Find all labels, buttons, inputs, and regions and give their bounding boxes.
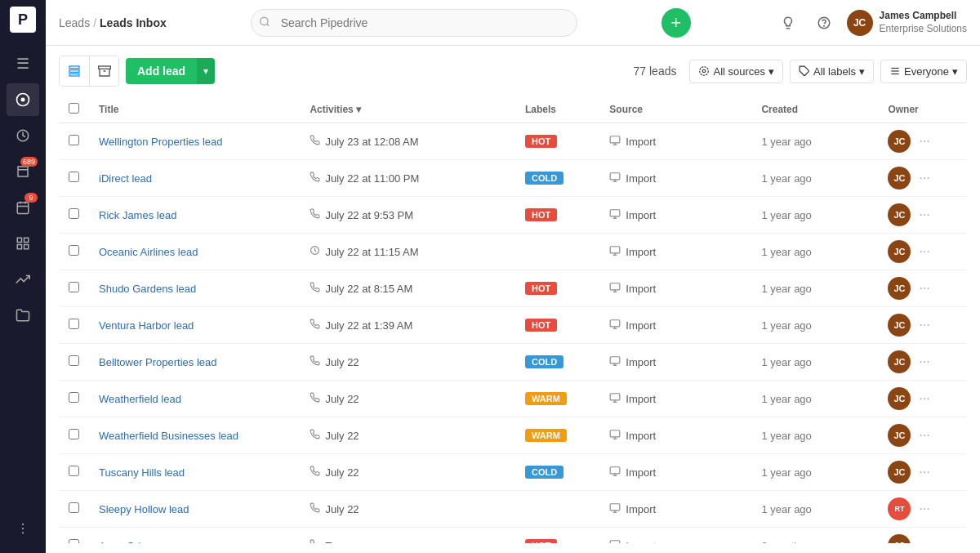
svg-rect-5 xyxy=(24,238,29,242)
row-checkbox[interactable] xyxy=(69,245,79,256)
sidebar-item-leads[interactable] xyxy=(7,83,39,116)
row-checkbox[interactable] xyxy=(69,319,79,329)
row-more-button[interactable]: ··· xyxy=(915,316,933,334)
svg-point-10 xyxy=(22,532,24,533)
row-checkbox[interactable] xyxy=(69,429,79,439)
add-lead-button[interactable]: Add lead xyxy=(126,58,197,84)
header-created[interactable]: Created xyxy=(751,96,878,123)
row-more-button[interactable]: ··· xyxy=(915,243,933,261)
lead-owner: JC ··· xyxy=(878,454,967,491)
user-org: Enterprise Solutions xyxy=(880,23,967,36)
archive-view-button[interactable] xyxy=(89,56,118,86)
row-checkbox[interactable] xyxy=(69,392,79,403)
svg-point-11 xyxy=(260,17,267,25)
lead-activity: July 22 xyxy=(300,344,515,381)
lead-title[interactable]: Shudo Gardens lead xyxy=(89,270,300,307)
activity-type-icon xyxy=(310,282,320,295)
list-toolbar: Add lead ▾ 77 leads All sources ▾ All la… xyxy=(59,56,967,87)
activity-type-icon xyxy=(310,208,320,221)
lead-source: Import xyxy=(599,234,751,270)
activity-time: July 22 at 1:39 AM xyxy=(325,319,412,332)
user-profile[interactable]: JC James Campbell Enterprise Solutions xyxy=(847,10,967,36)
add-button[interactable]: + xyxy=(662,8,691,38)
row-more-button[interactable]: ··· xyxy=(915,206,933,224)
lead-activity: July 22 xyxy=(300,454,515,491)
row-checkbox[interactable] xyxy=(69,282,79,292)
avatar: JC xyxy=(847,10,873,36)
lead-owner: JC ··· xyxy=(878,344,967,381)
source-label: Import xyxy=(626,319,656,332)
header-source[interactable]: Source xyxy=(599,96,751,123)
lead-created: 1 year ago xyxy=(751,160,878,197)
row-more-button[interactable]: ··· xyxy=(915,353,933,371)
lead-title[interactable]: Anna Odom xyxy=(89,528,300,544)
svg-rect-54 xyxy=(611,466,621,473)
app-logo[interactable]: P xyxy=(10,7,36,33)
row-more-button[interactable]: ··· xyxy=(915,169,933,187)
row-checkbox[interactable] xyxy=(69,135,79,145)
sidebar-item-deals[interactable] xyxy=(7,119,39,152)
lead-owner: JC ··· xyxy=(878,307,967,344)
lead-owner: JC ··· xyxy=(878,160,967,197)
row-more-button[interactable]: ··· xyxy=(915,537,933,543)
lead-source: Import xyxy=(599,270,751,307)
source-label: Import xyxy=(626,430,656,442)
lead-title[interactable]: Ventura Harbor lead xyxy=(89,307,300,344)
add-lead-dropdown-button[interactable]: ▾ xyxy=(197,58,215,84)
sidebar-item-activities[interactable] xyxy=(7,227,39,260)
filter-owner-button[interactable]: Everyone ▾ xyxy=(880,60,967,83)
table-row: Rick James lead July 22 at 9:53 PM HOT I… xyxy=(59,197,967,234)
lead-created: 1 year ago xyxy=(751,491,878,528)
row-more-button[interactable]: ··· xyxy=(915,463,933,481)
lead-title[interactable]: Weatherfield Businesses lead xyxy=(89,417,300,454)
svg-rect-51 xyxy=(611,430,621,436)
source-icon xyxy=(609,429,621,443)
search-input[interactable] xyxy=(251,9,577,37)
row-more-button[interactable]: ··· xyxy=(915,279,933,297)
header-activities[interactable]: Activities ▾ xyxy=(300,96,515,123)
activity-time: July 22 xyxy=(325,356,359,368)
sidebar-item-projects[interactable] xyxy=(7,299,39,332)
lead-title[interactable]: Tuscany Hills lead xyxy=(89,454,300,491)
lead-title[interactable]: Rick James lead xyxy=(89,197,300,234)
lead-title[interactable]: iDirect lead xyxy=(89,160,300,197)
header-labels[interactable]: Labels xyxy=(515,96,599,123)
header-owner[interactable]: Owner xyxy=(878,96,967,123)
sidebar-item-more[interactable] xyxy=(7,512,39,545)
help-icon-button[interactable] xyxy=(811,10,837,36)
row-more-button[interactable]: ··· xyxy=(915,500,933,518)
row-checkbox[interactable] xyxy=(69,172,79,182)
lead-title[interactable]: Weatherfield lead xyxy=(89,381,300,417)
breadcrumb-parent[interactable]: Leads xyxy=(59,16,90,29)
svg-rect-4 xyxy=(17,238,21,242)
filter-sources-chevron: ▾ xyxy=(768,65,774,78)
lead-title[interactable]: Belltower Properties lead xyxy=(89,344,300,381)
row-checkbox[interactable] xyxy=(69,208,79,219)
row-checkbox[interactable] xyxy=(69,466,79,476)
bulb-icon-button[interactable] xyxy=(775,10,801,36)
table-row: Tuscany Hills lead July 22 COLD Import 1… xyxy=(59,454,967,491)
lead-title[interactable]: Sleepy Hollow lead xyxy=(89,491,300,528)
filter-sources-button[interactable]: All sources ▾ xyxy=(689,60,783,83)
owner-avatar: JC xyxy=(888,130,911,153)
svg-rect-36 xyxy=(611,246,621,252)
header-title[interactable]: Title xyxy=(89,96,300,123)
row-more-button[interactable]: ··· xyxy=(915,132,933,150)
row-checkbox[interactable] xyxy=(69,355,79,366)
row-checkbox[interactable] xyxy=(69,539,79,543)
sidebar-item-insights[interactable] xyxy=(7,263,39,296)
sidebar-item-inbox[interactable]: 689 xyxy=(7,155,39,188)
row-more-button[interactable]: ··· xyxy=(915,426,933,444)
filter-labels-button[interactable]: All labels ▾ xyxy=(790,60,874,83)
lead-label xyxy=(515,234,599,270)
row-checkbox[interactable] xyxy=(69,502,79,513)
select-all-checkbox[interactable] xyxy=(69,103,79,114)
sidebar-item-menu[interactable]: ☰ xyxy=(7,47,39,80)
list-view-button[interactable] xyxy=(60,56,89,86)
filter-owner-label: Everyone xyxy=(904,65,949,78)
lead-title[interactable]: Oceanic Airlines lead xyxy=(89,234,300,270)
source-icon xyxy=(609,319,621,332)
row-more-button[interactable]: ··· xyxy=(915,390,933,408)
lead-title[interactable]: Wellington Properties lead xyxy=(89,123,300,160)
sidebar-item-calendar[interactable]: 9 xyxy=(7,191,39,224)
